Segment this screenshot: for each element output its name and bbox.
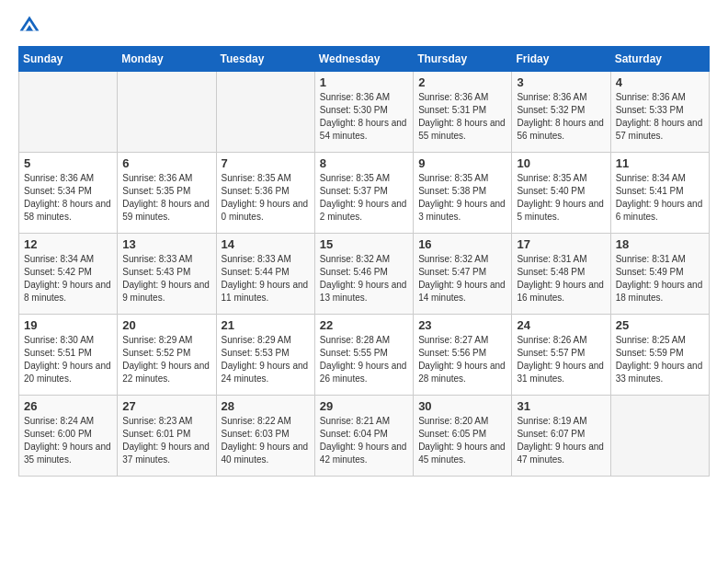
calendar-cell: 1Sunrise: 8:36 AM Sunset: 5:30 PM Daylig… xyxy=(314,72,413,153)
day-detail: Sunrise: 8:33 AM Sunset: 5:43 PM Dayligh… xyxy=(122,253,210,304)
day-number: 21 xyxy=(222,318,310,332)
day-number: 11 xyxy=(616,156,704,170)
calendar-cell: 4Sunrise: 8:36 AM Sunset: 5:33 PM Daylig… xyxy=(610,72,709,153)
day-number: 28 xyxy=(222,399,310,413)
calendar-cell: 14Sunrise: 8:33 AM Sunset: 5:44 PM Dayli… xyxy=(216,234,314,315)
calendar-cell: 8Sunrise: 8:35 AM Sunset: 5:37 PM Daylig… xyxy=(314,153,413,234)
weekday-header-friday: Friday xyxy=(512,47,610,72)
day-detail: Sunrise: 8:30 AM Sunset: 5:51 PM Dayligh… xyxy=(24,334,112,385)
day-number: 31 xyxy=(517,399,605,413)
day-detail: Sunrise: 8:32 AM Sunset: 5:46 PM Dayligh… xyxy=(320,253,408,304)
logo xyxy=(18,15,44,37)
day-number: 5 xyxy=(24,156,112,170)
calendar-table: SundayMondayTuesdayWednesdayThursdayFrid… xyxy=(18,46,710,477)
day-number: 4 xyxy=(616,75,704,89)
logo-icon xyxy=(18,15,40,37)
day-detail: Sunrise: 8:36 AM Sunset: 5:35 PM Dayligh… xyxy=(122,172,210,224)
day-detail: Sunrise: 8:31 AM Sunset: 5:49 PM Dayligh… xyxy=(616,253,704,304)
day-number: 12 xyxy=(24,237,112,251)
weekday-header-row: SundayMondayTuesdayWednesdayThursdayFrid… xyxy=(19,47,710,72)
day-number: 13 xyxy=(122,237,210,251)
day-number: 22 xyxy=(320,318,408,332)
calendar-cell: 17Sunrise: 8:31 AM Sunset: 5:48 PM Dayli… xyxy=(512,234,610,315)
day-number: 23 xyxy=(418,318,506,332)
day-number: 29 xyxy=(320,399,408,413)
weekday-header-thursday: Thursday xyxy=(414,47,512,72)
day-detail: Sunrise: 8:23 AM Sunset: 6:01 PM Dayligh… xyxy=(122,415,210,466)
day-detail: Sunrise: 8:32 AM Sunset: 5:47 PM Dayligh… xyxy=(418,253,506,304)
weekday-header-tuesday: Tuesday xyxy=(216,47,314,72)
day-detail: Sunrise: 8:31 AM Sunset: 5:48 PM Dayligh… xyxy=(517,253,605,304)
day-detail: Sunrise: 8:36 AM Sunset: 5:30 PM Dayligh… xyxy=(320,91,408,143)
week-row-4: 19Sunrise: 8:30 AM Sunset: 5:51 PM Dayli… xyxy=(19,315,710,396)
day-detail: Sunrise: 8:35 AM Sunset: 5:36 PM Dayligh… xyxy=(222,172,310,224)
calendar-cell: 28Sunrise: 8:22 AM Sunset: 6:03 PM Dayli… xyxy=(216,396,314,477)
weekday-header-monday: Monday xyxy=(118,47,216,72)
day-number: 10 xyxy=(517,156,605,170)
day-detail: Sunrise: 8:25 AM Sunset: 5:59 PM Dayligh… xyxy=(616,334,704,385)
week-row-5: 26Sunrise: 8:24 AM Sunset: 6:00 PM Dayli… xyxy=(19,396,710,477)
calendar-cell xyxy=(610,396,709,477)
day-detail: Sunrise: 8:20 AM Sunset: 6:05 PM Dayligh… xyxy=(418,415,506,466)
calendar-cell: 30Sunrise: 8:20 AM Sunset: 6:05 PM Dayli… xyxy=(414,396,512,477)
week-row-3: 12Sunrise: 8:34 AM Sunset: 5:42 PM Dayli… xyxy=(19,234,710,315)
day-detail: Sunrise: 8:29 AM Sunset: 5:52 PM Dayligh… xyxy=(122,334,210,385)
calendar-cell: 5Sunrise: 8:36 AM Sunset: 5:34 PM Daylig… xyxy=(19,153,118,234)
calendar-cell: 26Sunrise: 8:24 AM Sunset: 6:00 PM Dayli… xyxy=(19,396,118,477)
calendar-cell: 22Sunrise: 8:28 AM Sunset: 5:55 PM Dayli… xyxy=(314,315,413,396)
day-detail: Sunrise: 8:19 AM Sunset: 6:07 PM Dayligh… xyxy=(517,415,605,466)
day-number: 26 xyxy=(24,399,112,413)
calendar-cell: 3Sunrise: 8:36 AM Sunset: 5:32 PM Daylig… xyxy=(512,72,610,153)
weekday-header-wednesday: Wednesday xyxy=(314,47,413,72)
day-number: 15 xyxy=(320,237,408,251)
day-number: 17 xyxy=(517,237,605,251)
calendar-cell: 24Sunrise: 8:26 AM Sunset: 5:57 PM Dayli… xyxy=(512,315,610,396)
day-number: 25 xyxy=(616,318,704,332)
calendar-cell: 10Sunrise: 8:35 AM Sunset: 5:40 PM Dayli… xyxy=(512,153,610,234)
day-number: 27 xyxy=(122,399,210,413)
day-detail: Sunrise: 8:22 AM Sunset: 6:03 PM Dayligh… xyxy=(222,415,310,466)
calendar-cell: 2Sunrise: 8:36 AM Sunset: 5:31 PM Daylig… xyxy=(414,72,512,153)
day-number: 3 xyxy=(517,75,605,89)
day-number: 19 xyxy=(24,318,112,332)
calendar-cell: 6Sunrise: 8:36 AM Sunset: 5:35 PM Daylig… xyxy=(118,153,216,234)
day-detail: Sunrise: 8:35 AM Sunset: 5:40 PM Dayligh… xyxy=(517,172,605,224)
day-number: 6 xyxy=(122,156,210,170)
day-number: 14 xyxy=(222,237,310,251)
day-number: 20 xyxy=(122,318,210,332)
day-detail: Sunrise: 8:21 AM Sunset: 6:04 PM Dayligh… xyxy=(320,415,408,466)
weekday-header-sunday: Sunday xyxy=(19,47,118,72)
day-detail: Sunrise: 8:24 AM Sunset: 6:00 PM Dayligh… xyxy=(24,415,112,466)
calendar-cell xyxy=(19,72,118,153)
day-detail: Sunrise: 8:34 AM Sunset: 5:41 PM Dayligh… xyxy=(616,172,704,224)
day-number: 18 xyxy=(616,237,704,251)
calendar-cell: 7Sunrise: 8:35 AM Sunset: 5:36 PM Daylig… xyxy=(216,153,314,234)
calendar-cell: 31Sunrise: 8:19 AM Sunset: 6:07 PM Dayli… xyxy=(512,396,610,477)
day-detail: Sunrise: 8:28 AM Sunset: 5:55 PM Dayligh… xyxy=(320,334,408,385)
calendar-cell: 16Sunrise: 8:32 AM Sunset: 5:47 PM Dayli… xyxy=(414,234,512,315)
calendar-cell: 25Sunrise: 8:25 AM Sunset: 5:59 PM Dayli… xyxy=(610,315,709,396)
calendar-cell: 27Sunrise: 8:23 AM Sunset: 6:01 PM Dayli… xyxy=(118,396,216,477)
day-number: 2 xyxy=(418,75,506,89)
day-detail: Sunrise: 8:36 AM Sunset: 5:31 PM Dayligh… xyxy=(418,91,506,143)
calendar-cell: 21Sunrise: 8:29 AM Sunset: 5:53 PM Dayli… xyxy=(216,315,314,396)
day-detail: Sunrise: 8:36 AM Sunset: 5:32 PM Dayligh… xyxy=(517,91,605,143)
day-detail: Sunrise: 8:33 AM Sunset: 5:44 PM Dayligh… xyxy=(222,253,310,304)
header xyxy=(18,15,710,37)
day-number: 8 xyxy=(320,156,408,170)
calendar-cell: 19Sunrise: 8:30 AM Sunset: 5:51 PM Dayli… xyxy=(19,315,118,396)
day-number: 1 xyxy=(320,75,408,89)
day-number: 9 xyxy=(418,156,506,170)
weekday-header-saturday: Saturday xyxy=(610,47,709,72)
calendar-cell: 18Sunrise: 8:31 AM Sunset: 5:49 PM Dayli… xyxy=(610,234,709,315)
calendar-cell: 11Sunrise: 8:34 AM Sunset: 5:41 PM Dayli… xyxy=(610,153,709,234)
day-detail: Sunrise: 8:29 AM Sunset: 5:53 PM Dayligh… xyxy=(222,334,310,385)
calendar-cell: 12Sunrise: 8:34 AM Sunset: 5:42 PM Dayli… xyxy=(19,234,118,315)
day-detail: Sunrise: 8:35 AM Sunset: 5:37 PM Dayligh… xyxy=(320,172,408,224)
calendar-cell xyxy=(216,72,314,153)
day-number: 30 xyxy=(418,399,506,413)
day-detail: Sunrise: 8:36 AM Sunset: 5:34 PM Dayligh… xyxy=(24,172,112,224)
calendar-cell: 20Sunrise: 8:29 AM Sunset: 5:52 PM Dayli… xyxy=(118,315,216,396)
week-row-1: 1Sunrise: 8:36 AM Sunset: 5:30 PM Daylig… xyxy=(19,72,710,153)
day-detail: Sunrise: 8:34 AM Sunset: 5:42 PM Dayligh… xyxy=(24,253,112,304)
